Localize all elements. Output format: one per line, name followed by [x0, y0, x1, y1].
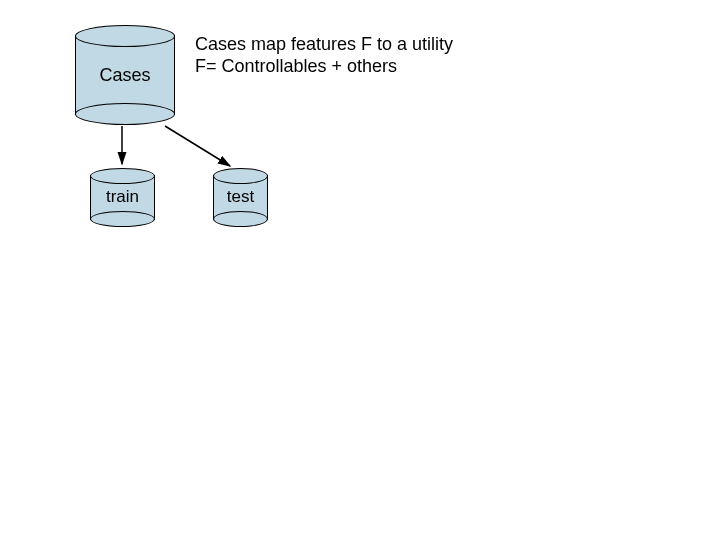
cases-label: Cases	[75, 65, 175, 86]
test-label: test	[213, 187, 268, 207]
train-cylinder: train	[90, 175, 155, 220]
cases-cylinder: Cases	[75, 35, 175, 115]
cylinder-bottom	[75, 103, 175, 125]
cylinder-top	[75, 25, 175, 47]
cylinder-bottom	[90, 211, 155, 227]
train-label: train	[90, 187, 155, 207]
test-cylinder: test	[213, 175, 268, 220]
diagram-stage: Cases train test Cases map features F to…	[0, 0, 720, 540]
caption-line-2: F= Controllables + others	[195, 56, 397, 76]
caption-line-1: Cases map features F to a utility	[195, 34, 453, 54]
cylinder-top	[90, 168, 155, 184]
cylinder-top	[213, 168, 268, 184]
cylinder-bottom	[213, 211, 268, 227]
caption-text: Cases map features F to a utility F= Con…	[195, 33, 525, 77]
arrow-cases-to-test	[165, 126, 230, 166]
